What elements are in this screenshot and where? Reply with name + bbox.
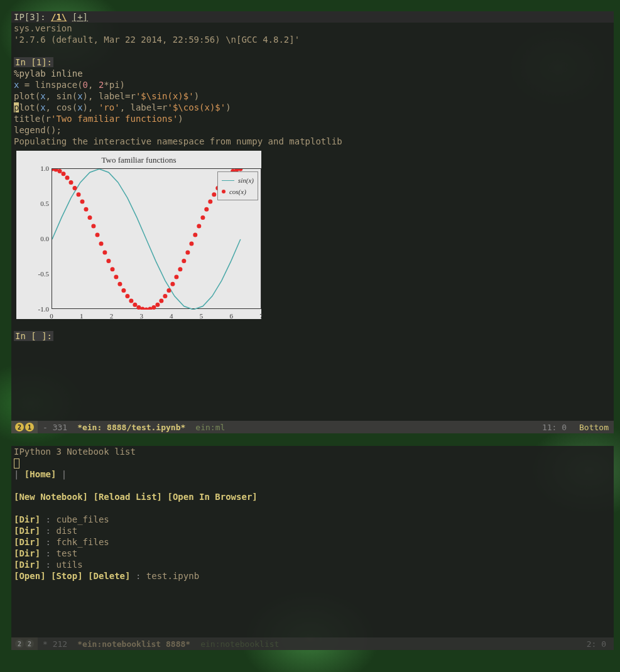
modeline-bottom: 2 2 * 212 *ein:notebooklist 8888* ein:no… — [11, 637, 614, 650]
legend-dot-icon — [222, 190, 226, 193]
chart-title: Two familiar functions — [16, 151, 261, 166]
svg-point-16 — [111, 267, 115, 271]
output-line: '2.7.6 (default, Mar 22 2014, 22:59:56) … — [14, 34, 611, 45]
chart-xtick: 1 — [80, 310, 84, 322]
chart-axes: sin(x) cos(x) — [52, 168, 261, 309]
list-item: [Dir] : test — [14, 548, 611, 559]
modeline-badge: 2 — [15, 423, 24, 431]
svg-point-12 — [95, 232, 100, 237]
svg-point-32 — [170, 282, 175, 286]
svg-point-31 — [166, 288, 171, 293]
dir-name: test — [56, 548, 77, 558]
modeline-major-mode: ein:notebooklist — [195, 637, 284, 650]
svg-point-6 — [73, 186, 77, 190]
svg-point-20 — [125, 294, 129, 298]
svg-point-15 — [106, 259, 111, 263]
dir-link[interactable]: [Dir] — [14, 514, 40, 524]
open-link[interactable]: [Open] — [14, 571, 46, 581]
home-link[interactable]: [Home] — [24, 469, 57, 479]
open-in-browser-button[interactable]: [Open In Browser] — [167, 492, 257, 502]
code-line[interactable]: plot(x, sin(x), label=r'$\sin(x)$') — [14, 90, 611, 102]
chart-legend: sin(x) cos(x) — [217, 171, 258, 200]
chart-xtick: 6 — [230, 310, 234, 322]
svg-point-23 — [136, 305, 141, 310]
tab-bar: IP[3]: /1\ [+] — [11, 11, 614, 23]
cell-prompt: In [1]: — [14, 57, 53, 67]
code-line[interactable]: x = linspace(0, 2*pi) — [14, 79, 611, 90]
svg-point-11 — [91, 224, 95, 229]
dir-link[interactable]: [Dir] — [14, 526, 40, 536]
notebook-list[interactable]: IPython 3 Notebook list | [Home] | [New … — [11, 446, 614, 582]
chart-xtick: 4 — [170, 310, 173, 322]
new-notebook-button[interactable]: [New Notebook] — [14, 492, 88, 502]
svg-point-5 — [69, 180, 73, 185]
chart-ytick: -1.0 — [38, 303, 49, 315]
svg-point-8 — [80, 200, 85, 204]
svg-point-25 — [144, 308, 148, 310]
svg-point-2 — [58, 169, 62, 173]
list-item: [Dir] : dist — [14, 525, 611, 536]
matplotlib-figure: Two familiar functions sin(x) cos(x) -1.… — [16, 151, 261, 319]
svg-point-13 — [99, 242, 104, 246]
notebook-buffer-panel: IP[3]: /1\ [+] sys.version '2.7.6 (defau… — [11, 11, 614, 433]
svg-point-24 — [140, 307, 144, 310]
chart-ytick: 0.0 — [40, 233, 49, 244]
svg-point-42 — [208, 200, 212, 204]
new-tab-button[interactable]: [+] — [72, 12, 88, 22]
svg-point-41 — [204, 207, 209, 212]
list-item: [Dir] : fchk_files — [14, 536, 611, 548]
svg-point-34 — [178, 267, 182, 271]
list-item: [Dir] : utils — [14, 559, 611, 570]
svg-point-35 — [182, 259, 186, 263]
modeline-git: - 331 — [38, 421, 72, 433]
chart-xtick: 3 — [139, 310, 143, 322]
dir-name: utils — [56, 560, 82, 570]
stop-link[interactable]: [Stop] — [51, 571, 83, 581]
dir-link[interactable]: [Dir] — [14, 560, 40, 570]
modeline-buffer-name: *ein:notebooklist 8888* — [72, 637, 195, 650]
svg-point-1 — [54, 169, 58, 171]
modeline-buffer-name: *ein: 8888/test.ipynb* — [72, 421, 190, 433]
legend-label: sin(x) — [238, 175, 254, 186]
dir-link[interactable]: [Dir] — [14, 548, 40, 558]
empty-cell-prompt[interactable]: In [ ]: — [14, 331, 53, 341]
tab-prefix: IP[3]: — [14, 12, 46, 22]
chart-xtick: 7 — [259, 310, 263, 322]
svg-point-14 — [102, 250, 107, 254]
dir-link[interactable]: [Dir] — [14, 537, 40, 547]
code-line[interactable]: legend(); — [14, 124, 611, 136]
svg-point-39 — [197, 224, 201, 229]
code-line[interactable]: plot(x, cos(x), 'ro', label=r'$\cos(x)$'… — [14, 102, 611, 113]
active-tab[interactable]: /1\ — [51, 12, 67, 22]
reload-list-button[interactable]: [Reload List] — [93, 492, 162, 502]
svg-point-26 — [148, 307, 152, 310]
svg-point-40 — [200, 215, 205, 220]
notebooklist-buffer-panel: IPython 3 Notebook list | [Home] | [New … — [11, 446, 614, 650]
notebook-name: test.ipynb — [146, 571, 199, 581]
modeline-position: 2: 0 — [579, 639, 614, 649]
modeline-git: * 212 — [38, 637, 72, 650]
chart-ytick: 1.0 — [40, 163, 49, 174]
delete-link[interactable]: [Delete] — [88, 571, 130, 581]
chart-xtick: 0 — [50, 310, 53, 322]
code-area[interactable]: sys.version '2.7.6 (default, Mar 22 2014… — [11, 23, 614, 342]
chart-xtick: 5 — [200, 310, 204, 322]
chart-ytick: -0.5 — [38, 268, 49, 279]
modeline-major-mode: ein:ml — [190, 421, 230, 433]
modeline-badge: 1 — [25, 423, 34, 431]
svg-point-18 — [117, 282, 122, 286]
svg-point-29 — [159, 299, 163, 303]
svg-point-7 — [77, 192, 81, 197]
svg-point-9 — [84, 207, 89, 212]
separator: | — [14, 469, 24, 479]
legend-label: cos(x) — [229, 186, 246, 197]
svg-point-28 — [155, 303, 160, 307]
code-line[interactable]: %pylab inline — [14, 68, 611, 79]
svg-point-43 — [212, 192, 216, 197]
list-item: [Dir] : cube_files — [14, 514, 611, 525]
modeline-top: 2 1 - 331 *ein: 8888/test.ipynb* ein:ml … — [11, 421, 614, 433]
svg-point-30 — [163, 294, 167, 298]
svg-point-33 — [174, 275, 178, 279]
code-line[interactable]: title(r'Two familiar functions') — [14, 113, 611, 124]
legend-line-icon — [222, 180, 234, 181]
